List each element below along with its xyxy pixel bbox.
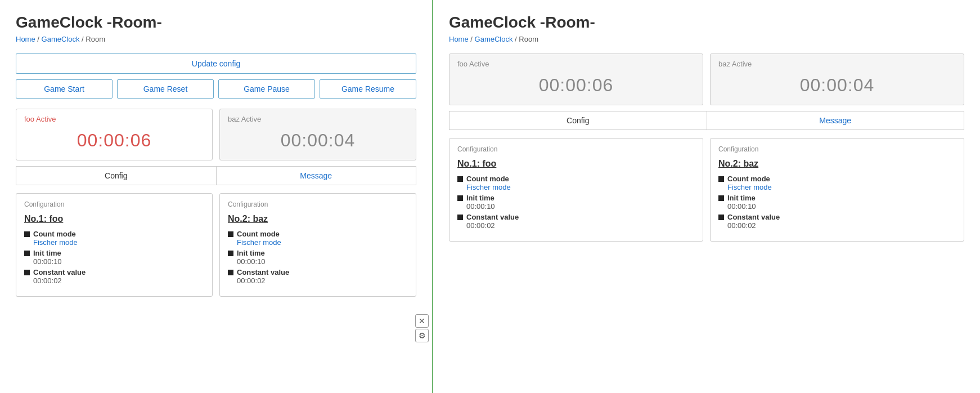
config-item-init-foo-left: Init time 00:00:10 [24, 249, 204, 266]
config-count-value-foo-left: Fischer mode [33, 238, 78, 247]
config-item-init-baz-right: Init time 00:00:10 [718, 194, 956, 211]
clock-card-foo-left: foo Active 00:00:06 [16, 109, 213, 160]
config-init-label-baz-right: Init time [727, 194, 756, 202]
tab-config-right[interactable]: Config [449, 111, 707, 130]
bullet-icon [228, 270, 233, 275]
config-row-left: Configuration No.1: foo Count mode Fisch… [16, 193, 416, 297]
config-card-foo-left: Configuration No.1: foo Count mode Fisch… [16, 193, 213, 297]
config-player-baz-right: No.2: baz [718, 159, 956, 169]
config-title-foo-right: Configuration [457, 145, 695, 153]
bullet-icon [457, 215, 463, 220]
float-controls: ✕ ⚙ [415, 314, 429, 342]
bullet-icon [718, 195, 724, 201]
config-const-label-baz-right: Constant value [727, 213, 780, 221]
breadcrumb-gameclock-left[interactable]: GameClock [42, 35, 80, 43]
config-card-baz-left: Configuration No.2: baz Count mode Fisch… [219, 193, 416, 297]
page-title-right: GameClock -Room- [449, 14, 964, 32]
update-config-button[interactable]: Update config [16, 53, 416, 74]
bullet-icon [718, 215, 724, 220]
config-const-label-baz-left: Constant value [237, 268, 289, 276]
config-item-count-baz-left: Count mode Fischer mode [228, 230, 408, 247]
breadcrumb-home-left[interactable]: Home [16, 35, 35, 43]
config-item-init-foo-right: Init time 00:00:10 [457, 194, 695, 211]
config-count-value-foo-right: Fischer mode [466, 183, 511, 191]
clock-card-foo-right: foo Active 00:00:06 [449, 53, 703, 105]
config-const-value-foo-left: 00:00:02 [33, 276, 86, 285]
game-pause-button[interactable]: Game Pause [218, 79, 315, 99]
clock-time-foo-right: 00:00:06 [457, 70, 695, 97]
bullet-icon [24, 251, 30, 256]
config-item-const-foo-left: Constant value 00:00:02 [24, 268, 204, 285]
game-start-button[interactable]: Game Start [16, 79, 113, 99]
tab-message-left[interactable]: Message [216, 166, 417, 185]
config-item-const-baz-left: Constant value 00:00:02 [228, 268, 408, 285]
clock-label-foo-left: foo Active [24, 115, 204, 123]
config-init-value-foo-left: 00:00:10 [33, 257, 62, 266]
config-card-baz-right: Configuration No.2: baz Count mode Fisch… [710, 138, 964, 242]
config-card-foo-right: Configuration No.1: foo Count mode Fisch… [449, 138, 703, 242]
config-title-foo-left: Configuration [24, 200, 204, 208]
bullet-icon [228, 251, 233, 256]
tab-config-left[interactable]: Config [16, 166, 216, 185]
clock-label-foo-right: foo Active [457, 60, 695, 68]
breadcrumb-right: Home / GameClock / Room [449, 35, 964, 43]
config-count-value-baz-left: Fischer mode [237, 238, 281, 247]
clock-time-foo-left: 00:00:06 [24, 126, 204, 152]
clock-time-baz-right: 00:00:04 [718, 70, 956, 97]
config-item-count-baz-right: Count mode Fischer mode [718, 175, 956, 191]
tabs-left: Config Message [16, 166, 416, 185]
breadcrumb-room-left: Room [86, 35, 105, 43]
config-init-label-foo-right: Init time [466, 194, 495, 202]
breadcrumb-left: Home / GameClock / Room [16, 35, 416, 43]
clock-row-right: foo Active 00:00:06 baz Active 00:00:04 [449, 53, 964, 105]
clock-time-baz-left: 00:00:04 [228, 126, 408, 152]
config-count-label-baz-left: Count mode [237, 230, 281, 238]
config-player-foo-left: No.1: foo [24, 214, 204, 224]
left-panel: GameClock -Room- Home / GameClock / Room… [0, 0, 433, 393]
clock-label-baz-left: baz Active [228, 115, 408, 123]
right-panel: GameClock -Room- Home / GameClock / Room… [433, 0, 980, 393]
breadcrumb-home-right[interactable]: Home [449, 35, 469, 43]
config-init-value-baz-left: 00:00:10 [237, 257, 266, 266]
config-init-value-baz-right: 00:00:10 [727, 202, 756, 211]
config-count-value-baz-right: Fischer mode [727, 183, 772, 191]
config-count-label-foo-right: Count mode [466, 175, 511, 183]
game-reset-button[interactable]: Game Reset [117, 79, 214, 99]
game-controls: Game Start Game Reset Game Pause Game Re… [16, 79, 416, 99]
clock-label-baz-right: baz Active [718, 60, 956, 68]
config-const-label-foo-left: Constant value [33, 268, 86, 276]
clock-card-baz-left: baz Active 00:00:04 [219, 109, 416, 160]
page-title-left: GameClock -Room- [16, 14, 416, 32]
config-const-value-foo-right: 00:00:02 [466, 221, 519, 230]
config-init-value-foo-right: 00:00:10 [466, 202, 495, 211]
config-const-value-baz-left: 00:00:02 [237, 276, 289, 285]
bullet-icon [457, 195, 463, 201]
config-item-const-baz-right: Constant value 00:00:02 [718, 213, 956, 230]
config-player-foo-right: No.1: foo [457, 159, 695, 169]
config-init-label-baz-left: Init time [237, 249, 266, 257]
config-const-value-baz-right: 00:00:02 [727, 221, 780, 230]
config-item-count-foo-left: Count mode Fischer mode [24, 230, 204, 247]
config-count-label-baz-right: Count mode [727, 175, 772, 183]
bullet-icon [24, 270, 30, 275]
float-settings-button[interactable]: ⚙ [415, 329, 429, 342]
config-row-right: Configuration No.1: foo Count mode Fisch… [449, 138, 964, 242]
config-const-label-foo-right: Constant value [466, 213, 519, 221]
clock-card-baz-right: baz Active 00:00:04 [710, 53, 964, 105]
config-title-baz-left: Configuration [228, 200, 408, 208]
config-init-label-foo-left: Init time [33, 249, 62, 257]
breadcrumb-gameclock-right[interactable]: GameClock [475, 35, 513, 43]
breadcrumb-room-right: Room [519, 35, 538, 43]
clock-row-left: foo Active 00:00:06 baz Active 00:00:04 [16, 109, 416, 160]
tab-message-right[interactable]: Message [707, 111, 965, 130]
bullet-icon [228, 231, 233, 237]
config-count-label-foo-left: Count mode [33, 230, 78, 238]
config-item-const-foo-right: Constant value 00:00:02 [457, 213, 695, 230]
bullet-icon [457, 176, 463, 182]
config-item-init-baz-left: Init time 00:00:10 [228, 249, 408, 266]
bullet-icon [24, 231, 30, 237]
float-close-button[interactable]: ✕ [415, 314, 429, 328]
config-title-baz-right: Configuration [718, 145, 956, 153]
config-player-baz-left: No.2: baz [228, 214, 408, 224]
game-resume-button[interactable]: Game Resume [320, 79, 416, 99]
